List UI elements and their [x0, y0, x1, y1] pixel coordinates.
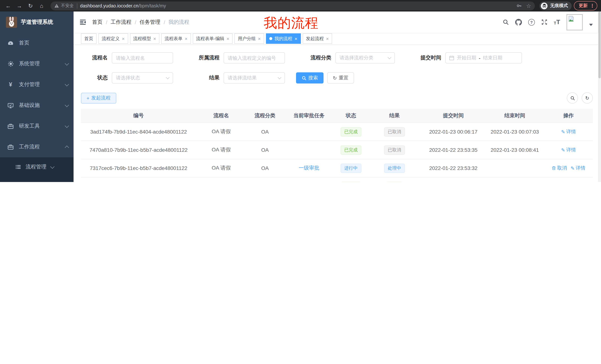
result-badge: 通过 [386, 182, 403, 182]
search-button[interactable]: 搜索 [296, 72, 323, 84]
font-size-icon[interactable]: TT [554, 19, 560, 25]
app-title: 芋道管理系统 [21, 19, 53, 26]
breadcrumb-separator: / [135, 19, 136, 25]
close-icon[interactable]: × [227, 36, 229, 41]
sidebar-item-process-management[interactable]: 流程管理 [0, 157, 74, 177]
result-select[interactable]: 请选择流结果 [224, 72, 285, 84]
table-row: 3ad174fb-7b9d-11ec-8404-acde48001122 OA … [81, 123, 593, 141]
process-name-input[interactable] [112, 52, 173, 63]
cell-id: 7470a810-7b9b-11ec-b5b7-acde48001122 [81, 141, 196, 159]
sidebar-item-label: 首页 [19, 40, 68, 46]
refresh-table-button[interactable]: ↻ [582, 92, 593, 104]
tag-process-form[interactable]: 流程表单× [161, 33, 191, 44]
tag-label: 我的流程 [274, 35, 292, 42]
sidebar-toggle-icon[interactable] [80, 19, 86, 25]
cell-id: 2152467e-7b9b-11ec-9a1b-acde48001122 [81, 177, 196, 182]
col-current-task: 当前审批任务 [284, 109, 334, 123]
close-icon[interactable]: × [326, 36, 329, 41]
fullscreen-icon[interactable] [541, 19, 548, 25]
close-icon[interactable]: × [185, 36, 187, 41]
close-icon[interactable]: × [258, 36, 261, 41]
incognito-icon [541, 2, 548, 9]
table-row: 7470a810-7b9b-11ec-b5b7-acde48001122 OA … [81, 141, 593, 159]
cell-end-time [485, 159, 544, 177]
close-icon[interactable]: × [122, 36, 125, 41]
avatar-dropdown-icon[interactable] [589, 24, 593, 26]
browser-forward-icon[interactable]: → [15, 1, 24, 10]
sidebar-item-infrastructure[interactable]: 基础设施 [0, 95, 74, 116]
edit-icon: ✎ [571, 165, 575, 171]
status-badge: 已完成 [341, 127, 361, 136]
current-task-link[interactable]: 一级审批 [299, 165, 320, 171]
chevron-down-icon [65, 103, 69, 107]
sidebar-item-devtools[interactable]: 研发工具 [0, 116, 74, 136]
browser-home-icon[interactable]: ⌂ [37, 1, 46, 10]
col-status: 状态 [334, 109, 368, 123]
sidebar-item-task-management[interactable]: 任务管理 [0, 177, 74, 182]
incognito-badge: 无痕模式 [539, 1, 572, 10]
bookmark-star-icon[interactable]: ☆ [526, 2, 531, 9]
tag-home[interactable]: 首页 [81, 33, 97, 44]
tag-my-process[interactable]: 我的流程× [266, 33, 301, 44]
address-bar[interactable]: 不安全 dashboard.yudao.iocoder.cn/bpm/task/… [50, 1, 535, 10]
search-icon [302, 76, 306, 80]
browser-reload-icon[interactable]: ↻ [26, 1, 35, 10]
close-icon[interactable]: × [153, 36, 156, 41]
chevron-down-icon [65, 61, 69, 66]
detail-link[interactable]: ✎详情 [561, 147, 576, 153]
tag-process-definition[interactable]: 流程定义× [99, 33, 128, 44]
submit-time-range-picker[interactable]: 开始日期 - 结束日期 [445, 52, 522, 63]
status-badge: 进行中 [341, 163, 361, 173]
tag-process-form-edit[interactable]: 流程表单-编辑× [193, 33, 233, 44]
tag-start-process[interactable]: 发起流程× [302, 33, 332, 44]
tag-process-model[interactable]: 流程模型× [130, 33, 159, 44]
toggle-search-button[interactable] [567, 92, 578, 104]
browser-back-icon[interactable]: ← [4, 1, 13, 10]
close-icon[interactable]: × [295, 36, 297, 41]
help-icon[interactable]: ? [528, 19, 535, 25]
sidebar-item-workflow[interactable]: 工作流程 [0, 136, 74, 157]
url-host: dashboard.yudao.iocoder.cn [80, 3, 138, 8]
breadcrumb-task-management[interactable]: 任务管理 [140, 19, 160, 25]
breadcrumb-separator: / [164, 19, 165, 25]
workflow-submenu: 流程管理 任务管理 我的流程 [0, 157, 74, 182]
col-name: 流程名 [196, 109, 246, 123]
app-logo-row[interactable]: 芋道管理系统 [0, 11, 74, 33]
detail-label: 详情 [566, 147, 576, 153]
start-process-button[interactable]: + 发起流程 [81, 93, 116, 103]
cancel-link[interactable]: 取消 [551, 165, 567, 172]
status-badge: 已完成 [341, 145, 361, 154]
sidebar-item-home[interactable]: 首页 [0, 33, 74, 53]
cell-task [284, 123, 334, 141]
filter-row-2: 状态 请选择状态 结果 请选择流结果 [81, 72, 593, 84]
reset-button[interactable]: ↻ 重置 [327, 72, 354, 84]
scrollbar-thumb[interactable] [598, 11, 601, 78]
cell-category: OA [246, 141, 284, 159]
process-def-input[interactable] [224, 52, 285, 63]
sidebar-item-label: 基础设施 [19, 102, 60, 109]
browser-toolbar: ← → ↻ ⌂ 不安全 dashboard.yudao.iocoder.cn/b… [0, 0, 601, 11]
page-scrollbar[interactable] [598, 11, 601, 182]
category-select[interactable]: 请选择流程分类 [335, 52, 395, 63]
tag-user-group[interactable]: 用户分组× [235, 33, 264, 44]
breadcrumb-workflow[interactable]: 工作流程 [111, 19, 131, 25]
sidebar-item-label: 流程管理 [26, 164, 46, 170]
avatar[interactable] [566, 14, 583, 30]
col-end-time: 结束时间 [485, 109, 544, 123]
submit-time-label: 提交时间 [406, 55, 445, 61]
browser-menu-icon[interactable]: ⋮ [590, 3, 595, 9]
sidebar-item-system[interactable]: 系统管理 [0, 53, 74, 74]
github-icon[interactable] [515, 19, 522, 25]
browser-update-button[interactable]: 更新 ⋮ [574, 1, 597, 10]
breadcrumb-home[interactable]: 首页 [92, 19, 102, 25]
tag-label: 流程表单-编辑 [196, 35, 224, 42]
detail-link[interactable]: ✎详情 [571, 165, 585, 172]
detail-link[interactable]: ✎详情 [561, 128, 576, 135]
sidebar-item-payment[interactable]: ¥ 支付管理 [0, 74, 74, 95]
password-key-icon[interactable] [516, 3, 522, 9]
status-select[interactable]: 请选择状态 [112, 72, 173, 84]
app-logo [6, 17, 17, 28]
site-security[interactable]: 不安全 [54, 3, 74, 9]
header-search-icon[interactable] [502, 19, 509, 25]
list-icon [15, 164, 21, 170]
